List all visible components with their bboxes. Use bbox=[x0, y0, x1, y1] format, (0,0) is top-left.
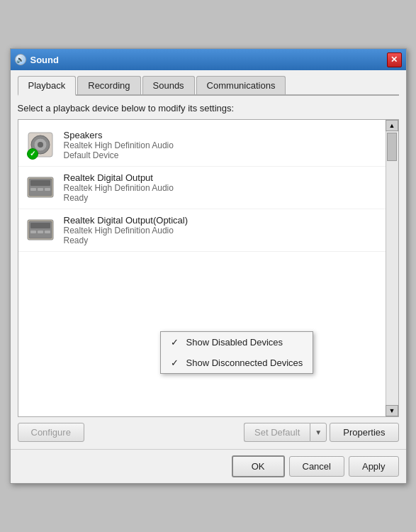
configure-button[interactable]: Configure bbox=[18, 423, 84, 442]
default-check-icon: ✓ bbox=[27, 148, 38, 160]
scroll-down-button[interactable]: ▼ bbox=[386, 405, 398, 416]
tab-sounds[interactable]: Sounds bbox=[142, 76, 195, 94]
set-default-button[interactable]: Set Default bbox=[244, 423, 310, 442]
device-list: ✓ Speakers Realtek High Definition Audio… bbox=[18, 120, 398, 256]
right-buttons: Set Default ▼ Properties bbox=[244, 423, 398, 442]
dialog-footer: OK Cancel Apply bbox=[11, 449, 406, 483]
ok-button[interactable]: OK bbox=[232, 455, 285, 477]
digital-optical-svg-icon bbox=[27, 216, 54, 243]
cancel-button[interactable]: Cancel bbox=[289, 456, 344, 477]
tab-communications[interactable]: Communications bbox=[196, 76, 286, 94]
set-default-arrow-button[interactable]: ▼ bbox=[310, 423, 327, 442]
svg-rect-13 bbox=[30, 231, 36, 233]
speakers-name: Speakers bbox=[64, 130, 390, 140]
svg-rect-7 bbox=[30, 188, 36, 191]
instruction-text: Select a playback device below to modify… bbox=[18, 103, 399, 113]
svg-rect-12 bbox=[30, 223, 50, 228]
tab-bar: Playback Recording Sounds Communications bbox=[18, 76, 399, 96]
scroll-up-button[interactable]: ▲ bbox=[386, 120, 398, 131]
title-bar: 🔊 Sound ✕ bbox=[11, 49, 406, 70]
tab-recording[interactable]: Recording bbox=[77, 76, 140, 94]
properties-button[interactable]: Properties bbox=[330, 423, 398, 442]
speakers-info: Speakers Realtek High Definition Audio D… bbox=[64, 130, 390, 160]
check-mark-disconnected: ✓ bbox=[171, 358, 182, 368]
digital-optical-status: Ready bbox=[64, 235, 390, 245]
device-item-digital-output[interactable]: Realtek Digital Output Realtek High Defi… bbox=[18, 167, 398, 209]
svg-rect-9 bbox=[45, 188, 50, 191]
dialog-body: Playback Recording Sounds Communications… bbox=[11, 70, 406, 449]
device-list-container: ✓ Speakers Realtek High Definition Audio… bbox=[18, 119, 399, 417]
digital-output-svg-icon bbox=[27, 174, 54, 201]
speakers-icon-container: ✓ bbox=[27, 131, 55, 160]
scroll-thumb[interactable] bbox=[387, 133, 397, 161]
digital-output-name: Realtek Digital Output bbox=[64, 172, 390, 183]
context-menu: ✓ Show Disabled Devices ✓ Show Disconnec… bbox=[160, 331, 314, 374]
window-title: Sound bbox=[30, 55, 59, 65]
svg-rect-15 bbox=[45, 231, 50, 233]
digital-output-info: Realtek Digital Output Realtek High Defi… bbox=[64, 172, 390, 203]
digital-optical-info: Realtek Digital Output(Optical) Realtek … bbox=[64, 215, 390, 245]
close-button[interactable]: ✕ bbox=[387, 52, 402, 67]
left-buttons: Configure bbox=[18, 423, 84, 442]
check-mark-disabled: ✓ bbox=[171, 337, 182, 348]
digital-output-driver: Realtek High Definition Audio bbox=[64, 183, 390, 193]
svg-point-3 bbox=[38, 142, 43, 148]
bottom-buttons: Configure Set Default ▼ Properties bbox=[18, 423, 399, 442]
sound-icon: 🔊 bbox=[15, 54, 26, 65]
digital-optical-name: Realtek Digital Output(Optical) bbox=[64, 215, 390, 226]
speakers-driver: Realtek High Definition Audio bbox=[64, 140, 390, 150]
show-disconnected-label: Show Disconnected Devices bbox=[186, 358, 303, 368]
digital-optical-driver: Realtek High Definition Audio bbox=[64, 226, 390, 235]
digital-output-status: Ready bbox=[64, 193, 390, 203]
title-bar-left: 🔊 Sound bbox=[15, 54, 59, 65]
svg-rect-8 bbox=[38, 188, 43, 191]
sound-dialog: 🔊 Sound ✕ Playback Recording Sounds Comm… bbox=[10, 48, 407, 484]
svg-rect-14 bbox=[38, 231, 43, 233]
speakers-status: Default Device bbox=[64, 150, 390, 160]
context-menu-item-show-disconnected[interactable]: ✓ Show Disconnected Devices bbox=[161, 353, 313, 373]
context-menu-item-show-disabled[interactable]: ✓ Show Disabled Devices bbox=[161, 332, 313, 353]
apply-button[interactable]: Apply bbox=[349, 456, 399, 477]
set-default-group: Set Default ▼ bbox=[244, 423, 327, 442]
device-item-digital-optical[interactable]: Realtek Digital Output(Optical) Realtek … bbox=[18, 209, 398, 252]
tab-playback[interactable]: Playback bbox=[18, 76, 77, 96]
digital-optical-icon-container bbox=[27, 216, 55, 245]
scrollbar[interactable]: ▲ ▼ bbox=[386, 120, 398, 416]
device-item-speakers[interactable]: ✓ Speakers Realtek High Definition Audio… bbox=[18, 124, 398, 167]
digital-output-icon-container bbox=[27, 174, 55, 202]
svg-rect-6 bbox=[30, 180, 50, 186]
show-disabled-label: Show Disabled Devices bbox=[186, 337, 283, 348]
